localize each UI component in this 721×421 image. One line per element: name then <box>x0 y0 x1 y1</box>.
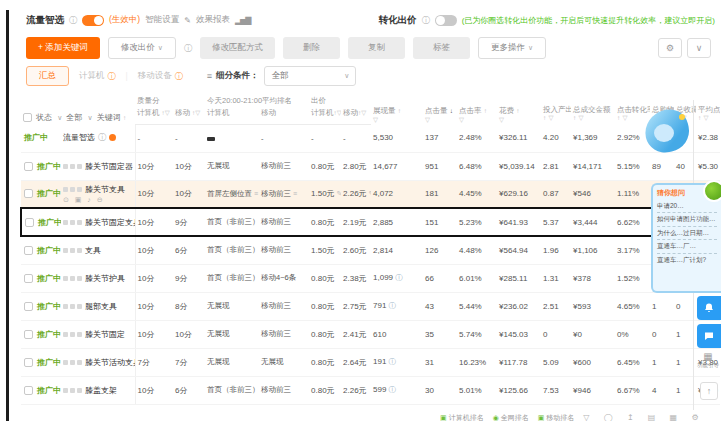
keyword-tool-icons[interactable] <box>63 360 82 365</box>
tab-pc[interactable]: 计算机ⓘ <box>69 70 126 82</box>
col-roi[interactable]: 投入产出比↑ ▽ <box>541 92 571 124</box>
chat-button[interactable] <box>697 324 721 348</box>
row-checkbox[interactable] <box>24 162 33 171</box>
keyword-text[interactable]: 膝关节支具 <box>85 184 125 195</box>
all-filter[interactable]: 全部 ∨ <box>66 112 92 123</box>
row-checkbox[interactable] <box>24 274 33 283</box>
col-clicks[interactable]: 点击量 ↓▽ <box>423 92 457 124</box>
keyword-tool-icons[interactable] <box>63 220 82 225</box>
status-filter[interactable]: 状态 ∨ <box>36 112 62 123</box>
footer-tool-icons[interactable]: ▽ ◯ ↥ ▤ ▦ ⚙ <box>583 413 704 421</box>
cell-rank-pc: 无展现 <box>205 320 259 348</box>
row-checkbox[interactable] <box>24 189 33 198</box>
collapse-button[interactable]: ∨ <box>687 38 711 58</box>
col-gmv[interactable]: 总成交金额↑ ▽ <box>571 92 615 124</box>
keyword-tool-icons[interactable] <box>63 332 82 337</box>
keyword-text[interactable]: 流量智选 <box>63 132 95 143</box>
cell-rank-pc: 首页（非前三） <box>205 208 259 236</box>
row-checkbox[interactable] <box>24 246 33 255</box>
edit-bid-icon[interactable]: ✎ <box>335 190 341 197</box>
info-icon[interactable]: ⓘ <box>69 15 77 26</box>
flow-smart-select-toggle[interactable] <box>82 15 104 26</box>
modify-bid-dropdown[interactable]: 修改出价∨ <box>108 37 176 59</box>
help-link[interactable]: 申请20… <box>657 200 717 213</box>
tab-mobile[interactable]: 移动设备ⓘ <box>128 70 193 82</box>
keyword-promotion-page: 流量智选 ⓘ (生效中) 智能设置 ✎ 效果报表 ▂▅▇ 转化出价 ⓘ (已为你… <box>0 0 721 421</box>
settings-gear-button[interactable]: ⚙ <box>658 38 682 58</box>
notifications-button[interactable] <box>697 296 721 320</box>
keyword-text[interactable]: 腿部支具 <box>85 301 117 312</box>
flow-badge-icon <box>109 134 116 141</box>
table-row: 推广中膝关节活动支具7分7分无展现无展现0.80元2.64元191 ⓘ3116.… <box>21 348 720 376</box>
keyword-text[interactable]: 膝关节活动支具 <box>85 357 135 368</box>
rank-list-icon[interactable]: ≡ <box>252 190 258 197</box>
edit-pencil-icon[interactable]: ✎ <box>184 16 191 25</box>
copy-button[interactable]: 复制 <box>348 37 405 59</box>
help-link[interactable]: 直通车…广计划? <box>657 254 717 266</box>
keyword-tool-icons[interactable] <box>63 248 82 253</box>
row-checkbox[interactable] <box>24 358 33 367</box>
tab-summary[interactable]: 汇总 <box>26 66 69 86</box>
bar-chart-icon[interactable]: ▂▅▇ <box>235 16 250 25</box>
col-impressions[interactable]: 展现量 ↑▽ <box>371 92 423 124</box>
conversion-bid-toggle[interactable] <box>435 15 457 26</box>
help-link[interactable]: 如何申请图片功能… <box>657 213 717 226</box>
assistant-mascot[interactable] <box>645 110 689 152</box>
sub-bid-pc[interactable]: 计算机↑▽ <box>309 107 341 124</box>
keyword-tool-icons[interactable] <box>63 164 82 169</box>
col-cost[interactable]: 花费 ↑▽ <box>497 92 541 124</box>
keyword-tool-icons[interactable] <box>63 304 82 309</box>
cell-quality-mobile: 7分 <box>173 348 205 376</box>
delete-button[interactable]: 删除 <box>283 37 340 59</box>
col-ctr[interactable]: 点击率 ↑▽ <box>457 92 497 124</box>
keyword-sort[interactable]: 关键词 ↑ <box>97 112 126 123</box>
segment-filter-select[interactable]: 全部∨ <box>264 66 356 86</box>
cell-quality-mobile: 6分 <box>173 236 205 264</box>
keyword-text[interactable]: 膝关节固定支具 <box>85 217 135 228</box>
back-to-top-button[interactable]: ↑ <box>700 382 718 400</box>
cell-impressions: 610 <box>371 320 423 348</box>
impressions-info-icon[interactable]: ⓘ <box>386 301 396 310</box>
row-checkbox[interactable] <box>24 386 33 395</box>
keyword-text[interactable]: 支具 <box>85 245 101 256</box>
modify-match-button[interactable]: 修改匹配方式 <box>200 37 275 59</box>
add-keyword-button[interactable]: + 添加关键词 <box>26 37 100 59</box>
sub-quality-pc[interactable]: 计算机 ↑▽ <box>135 107 173 124</box>
sub-quality-mobile[interactable]: 移动 ↑▽ <box>173 107 205 124</box>
keyword-text[interactable]: 膝关节护具 <box>85 273 125 284</box>
keyword-tool-icons[interactable] <box>63 388 82 393</box>
cell-bid-mobile: 2.75元 <box>341 292 371 320</box>
cell-cvr: 1.52% <box>615 264 650 292</box>
row-checkbox[interactable] <box>25 218 34 227</box>
tag-button[interactable]: 标签 <box>413 37 470 59</box>
col-avg-cpc[interactable]: 平均点击花费↑ ▽ <box>696 92 720 124</box>
info-icon[interactable]: ⓘ <box>422 15 430 26</box>
keyword-text[interactable]: 膝关节固定器 <box>85 161 133 172</box>
feature-guide-button[interactable]: ▦ 功能引导 <box>697 352 719 369</box>
keyword-text[interactable]: 膝盖支架 <box>85 385 117 396</box>
keyword-action-icons[interactable]: ⊙ ▣ ♪ ⊖ <box>63 196 133 204</box>
impressions-info-icon[interactable]: ⓘ <box>393 273 403 282</box>
cell-cvr: 4.65% <box>615 292 650 320</box>
keyword-tool-icons[interactable] <box>63 187 82 192</box>
helper-avatar[interactable] <box>703 180 721 202</box>
report-link[interactable]: 效果报表 <box>196 14 230 26</box>
smart-setting-link[interactable]: 智能设置 <box>145 14 179 26</box>
impressions-info-icon[interactable]: ⓘ <box>386 357 396 366</box>
cell-keyword: 膝关节固定器 <box>61 152 135 180</box>
row-checkbox[interactable] <box>24 302 33 311</box>
edit-bid-icon[interactable]: ✎ <box>367 190 371 197</box>
keyword-text[interactable]: 膝关节固定 <box>85 329 125 340</box>
info-icon[interactable]: ⓘ <box>184 43 192 54</box>
more-actions-dropdown[interactable]: 更多操作∨ <box>478 37 546 59</box>
keyword-tool-icons[interactable] <box>63 276 82 281</box>
row-checkbox[interactable] <box>24 330 33 339</box>
select-all-checkbox[interactable] <box>23 113 32 122</box>
help-link[interactable]: 直通车…厂… <box>657 240 717 253</box>
impressions-info-icon[interactable]: ⓘ <box>386 385 396 394</box>
help-link[interactable]: 为什么…过日期… <box>657 227 717 240</box>
cell-cart-adds: 1 <box>650 292 674 320</box>
sub-bid-mobile[interactable]: 移动↑▽ <box>341 107 371 124</box>
rank-list-icon[interactable]: ≡ <box>291 190 297 197</box>
info-icon[interactable]: ⓘ <box>98 132 106 143</box>
